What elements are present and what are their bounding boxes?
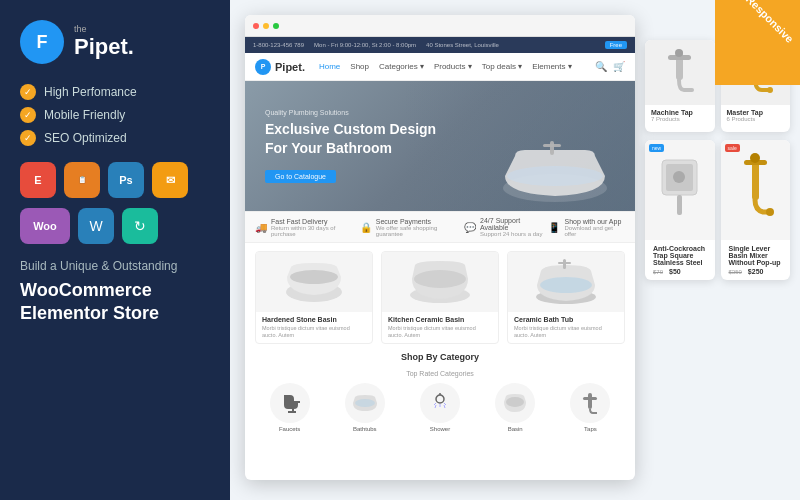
product-card-3[interactable]: Ceramic Bath Tub Morbi tristique dictum … (507, 251, 625, 344)
browser-dot-yellow[interactable] (263, 23, 269, 29)
svg-point-37 (766, 208, 774, 216)
plugin-wp-icon: W (78, 208, 114, 244)
cart-icon[interactable]: 🛒 (613, 61, 625, 72)
category-label-basin: Basin (508, 426, 523, 432)
nav-elements[interactable]: Elements ▾ (528, 60, 576, 73)
category-icon-basin (495, 383, 535, 423)
search-icon[interactable]: 🔍 (595, 61, 607, 72)
svg-point-25 (675, 49, 683, 57)
hero-cta-button[interactable]: Go to Catalogue (265, 170, 336, 183)
browser-area: Responsive 1-800-123-456 789 Mon - Fri 9… (230, 0, 800, 500)
machine-tap-info: Machine Tap 7 Products (645, 105, 715, 126)
svg-line-17 (444, 403, 446, 405)
svg-rect-11 (558, 262, 571, 264)
mixer-name: Single Lever Basin Mixer Without Pop-up (729, 245, 783, 266)
browser-window: 1-800-123-456 789 Mon - Fri 9:00-12:00, … (245, 15, 635, 480)
top-contact: 1-800-123-456 789 (253, 42, 304, 48)
svg-point-12 (355, 399, 375, 407)
svg-point-32 (673, 171, 685, 183)
logo-icon: F (20, 20, 64, 64)
category-icon-shower (420, 383, 460, 423)
product-name-1: Hardened Stone Basin (262, 316, 366, 323)
feat-support-title: 24/7 Support Available (480, 217, 548, 231)
svg-rect-3 (543, 144, 561, 147)
hero-content: Quality Plumbing Solutions Exclusive Cus… (245, 109, 456, 182)
trap-img: new (645, 140, 715, 240)
feat-app-title: Shop with our App (564, 218, 625, 225)
svg-point-9 (540, 277, 592, 293)
mixer-price-old: $350 (729, 269, 742, 275)
product-img-3 (508, 252, 624, 312)
product-card-2[interactable]: Kitchen Ceramic Basin Morbi tristique di… (381, 251, 499, 344)
tagline: Build a Unique & Outstanding (20, 258, 210, 275)
logo-name: Pipet. (74, 35, 134, 59)
responsive-text: Responsive (744, 0, 796, 45)
svg-line-15 (434, 403, 436, 405)
feat-app: 📱 Shop with our App Download and get off… (548, 218, 625, 237)
category-taps[interactable]: Taps (556, 383, 625, 432)
product-card-1[interactable]: Hardened Stone Basin Morbi tristique dic… (255, 251, 373, 344)
trap-name: Anti-Cockroach Trap Square Stainless Ste… (653, 245, 707, 266)
nav-shop[interactable]: Shop (346, 60, 373, 73)
feat-support-desc: Support 24 hours a day (480, 231, 548, 237)
svg-point-20 (506, 397, 524, 407)
product-desc-2: Morbi tristique dictum vitae euismod auc… (388, 325, 492, 339)
payments-icon: 🔒 (360, 222, 372, 233)
bathtub-product-illustration (531, 257, 601, 307)
nav-products[interactable]: Products ▾ (430, 60, 476, 73)
nav-icons: 🔍 🛒 (595, 61, 625, 72)
master-tap-count: 6 Products (727, 116, 785, 122)
svg-line-19 (444, 405, 445, 408)
logo-area: F the Pipet. (20, 20, 210, 64)
hero-subtitle: Quality Plumbing Solutions (265, 109, 436, 116)
category-basin[interactable]: Basin (481, 383, 550, 432)
basin-1-illustration (279, 257, 349, 307)
right-card-machine-tap[interactable]: Machine Tap 7 Products (645, 40, 715, 132)
svg-rect-22 (583, 397, 597, 400)
product-img-1 (256, 252, 372, 312)
product-name-2: Kitchen Ceramic Basin (388, 316, 492, 323)
nav-home[interactable]: Home (315, 60, 344, 73)
category-section-title: Shop By Category (255, 352, 625, 362)
svg-point-5 (290, 270, 338, 284)
feature-item-1: ✓ High Perfomance (20, 84, 210, 100)
category-label-taps: Taps (584, 426, 597, 432)
plugin-elementor-icon: E (20, 162, 56, 198)
right-card-cockroach-trap[interactable]: new Anti-Cockroach Trap Square Stainless… (645, 140, 715, 280)
trap-info: Anti-Cockroach Trap Square Stainless Ste… (645, 240, 715, 280)
svg-point-29 (767, 87, 773, 93)
browser-dot-red[interactable] (253, 23, 259, 29)
product-info-3: Ceramic Bath Tub Morbi tristique dictum … (508, 312, 624, 343)
category-label-faucets: Faucets (279, 426, 300, 432)
tagline-bold: WooCommerce Elementor Store (20, 279, 210, 326)
feat-delivery-title: Fast Fast Delivery (271, 218, 360, 225)
check-icon-2: ✓ (20, 107, 36, 123)
trap-price-old: $70 (653, 269, 663, 275)
feature-item-2: ✓ Mobile Friendly (20, 107, 210, 123)
product-info-2: Kitchen Ceramic Basin Morbi tristique di… (382, 312, 498, 343)
right-card-basin-mixer[interactable]: sale Single Lever Basin Mixer Without Po… (721, 140, 791, 280)
machine-tap-count: 7 Products (651, 116, 709, 122)
svg-point-36 (750, 153, 760, 163)
nav-top-deals[interactable]: Top deals ▾ (478, 60, 526, 73)
support-icon: 💬 (464, 222, 476, 233)
master-tap-info: Master Tap 6 Products (721, 105, 791, 126)
browser-dot-green[interactable] (273, 23, 279, 29)
svg-rect-2 (550, 141, 554, 155)
feat-payments-desc: We offer safe shopping guarantee (376, 225, 464, 237)
category-label-shower: Shower (430, 426, 450, 432)
logo-text: the Pipet. (74, 25, 134, 59)
features-bar: 🚚 Fast Fast Delivery Return within 30 da… (245, 211, 635, 243)
left-panel: F the Pipet. ✓ High Perfomance ✓ Mobile … (0, 0, 230, 500)
category-label-bathtubs: Bathtubs (353, 426, 377, 432)
product-desc-1: Morbi tristique dictum vitae euismod auc… (262, 325, 366, 339)
category-shower[interactable]: Shower (405, 383, 474, 432)
top-cta[interactable]: Free (605, 41, 627, 49)
category-faucets[interactable]: Faucets (255, 383, 324, 432)
sale-badge: sale (725, 144, 740, 152)
nav-categories[interactable]: Categories ▾ (375, 60, 428, 73)
top-address: 40 Stones Street, Louisville (426, 42, 499, 48)
category-bathtubs[interactable]: Bathtubs (330, 383, 399, 432)
delivery-icon: 🚚 (255, 222, 267, 233)
product-info-1: Hardened Stone Basin Morbi tristique dic… (256, 312, 372, 343)
